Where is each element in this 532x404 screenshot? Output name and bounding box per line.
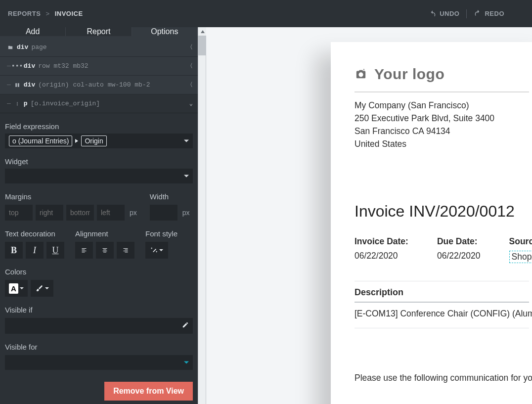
bold-button[interactable]: B: [5, 242, 23, 259]
align-center-button[interactable]: [96, 242, 114, 259]
topbar-actions: UNDO REDO: [429, 9, 524, 18]
panel-tabs: Add Report Options: [0, 27, 198, 36]
width-input[interactable]: [150, 205, 177, 221]
margin-right-input[interactable]: [36, 205, 63, 221]
invoice-date: Invoice Date: 06/22/2020: [355, 236, 408, 263]
align-right-button[interactable]: [117, 242, 134, 259]
align-left-icon: [80, 247, 88, 253]
chip-model[interactable]: o (Journal Entries): [9, 135, 72, 146]
wand-icon: [151, 247, 158, 254]
left-panel: Add Report Options div page 〈 — ▪▪▪ div …: [0, 27, 198, 404]
margin-unit: px: [128, 209, 139, 217]
redo-icon: [474, 10, 482, 18]
scroll-up-icon[interactable]: [198, 27, 207, 36]
align-left-button[interactable]: [75, 242, 93, 259]
bold-icon: B: [11, 245, 17, 256]
invoice-date-label: Invoice Date:: [355, 236, 408, 247]
dropdown-caret-icon: [184, 140, 189, 142]
dropdown-caret-icon: [20, 287, 24, 289]
italic-button[interactable]: I: [26, 242, 44, 259]
tree-tag: div: [24, 62, 35, 70]
fill-color-button[interactable]: [31, 280, 53, 297]
breadcrumb-current: INVOICE: [55, 10, 83, 17]
row-icon: ▪▪▪: [14, 62, 21, 70]
tree-row-page[interactable]: div page 〈: [0, 38, 198, 57]
breadcrumb: REPORTS > INVOICE: [8, 10, 83, 17]
due-date: Due Date: 06/22/2020: [437, 236, 481, 263]
visible-for-select[interactable]: [5, 355, 193, 370]
chevron-down-icon: ⌄: [189, 100, 193, 107]
tree-row-row[interactable]: — ▪▪▪ div row mt32 mb32 〈: [0, 57, 198, 76]
align-center-icon: [101, 247, 109, 253]
communication-text: Please use the following communication f…: [355, 373, 529, 383]
pencil-icon: [182, 321, 189, 330]
margins-label: Margins: [5, 192, 139, 201]
table-row: [E-COM13] Conference Chair (CONFIG) (Alu…: [355, 303, 529, 328]
underline-icon: U: [52, 245, 59, 256]
alignment-label: Alignment: [75, 229, 134, 238]
source-label: Source:: [509, 236, 532, 247]
visible-if-input[interactable]: [5, 318, 193, 334]
breadcrumb-root[interactable]: REPORTS: [8, 10, 41, 17]
field-expression-label: Field expression: [5, 122, 193, 131]
topbar: REPORTS > INVOICE UNDO REDO: [0, 0, 532, 27]
chip-field[interactable]: Origin: [81, 135, 106, 146]
scroll-thumb[interactable]: [198, 36, 207, 55]
field-expression-input[interactable]: o (Journal Entries) Origin: [5, 134, 193, 148]
folder-icon: [7, 45, 14, 50]
due-date-label: Due Date:: [437, 236, 481, 247]
widget-label: Widget: [5, 157, 193, 166]
preview-pane: Your logo My Company (San Francisco) 250…: [206, 27, 532, 404]
dropdown-caret-icon: [184, 361, 189, 364]
font-style-label: Font style: [145, 229, 193, 238]
tree-tag: p: [24, 100, 28, 107]
address-line: 250 Executive Park Blvd, Suite 3400: [355, 112, 529, 125]
invoice-date-value: 06/22/2020: [355, 251, 408, 261]
margin-top-input[interactable]: [5, 205, 33, 221]
tree-tag: div: [17, 44, 28, 51]
remove-from-view-button[interactable]: Remove from View: [104, 382, 193, 401]
source-value[interactable]: Shop/0004: [509, 251, 532, 263]
width-label: Width: [150, 192, 199, 201]
invoice-title: Invoice INV/2020/0012: [355, 202, 529, 221]
text-color-button[interactable]: A: [5, 280, 28, 297]
address-line: San Francisco CA 94134: [355, 125, 529, 138]
redo-button[interactable]: REDO: [474, 10, 504, 18]
tab-add[interactable]: Add: [0, 27, 66, 36]
text-decoration-label: Text decoration: [5, 229, 64, 238]
redo-label: REDO: [485, 10, 504, 17]
action-divider: [466, 9, 467, 18]
camera-icon: [355, 69, 367, 80]
column-icon: [14, 83, 21, 88]
breadcrumb-separator: >: [45, 10, 49, 17]
margin-left-input[interactable]: [97, 205, 125, 221]
underline-button[interactable]: U: [46, 242, 64, 259]
document-preview: Your logo My Company (San Francisco) 250…: [331, 42, 532, 404]
tab-report[interactable]: Report: [66, 27, 132, 36]
undo-button[interactable]: UNDO: [429, 10, 459, 18]
tree-row-field[interactable]: — p [o.invoice_origin] ⌄: [0, 94, 198, 113]
tree-class: [o.invoice_origin]: [31, 100, 100, 107]
tree-row-col[interactable]: — div (origin) col-auto mw-100 mb-2 〈: [0, 76, 198, 94]
widget-select[interactable]: [5, 169, 193, 183]
address-line: My Company (San Francisco): [355, 99, 529, 112]
undo-label: UNDO: [440, 10, 459, 17]
due-date-value: 06/22/2020: [437, 251, 481, 261]
properties-panel: Field expression o (Journal Entries) Ori…: [0, 113, 198, 404]
tree-class: page: [31, 44, 46, 51]
dropdown-caret-icon: [159, 249, 163, 251]
align-right-icon: [122, 247, 130, 253]
text-color-icon: A: [9, 283, 18, 294]
panel-scrollbar[interactable]: [198, 27, 206, 404]
address-line: United States: [355, 138, 529, 151]
tree-class: row mt32 mb32: [38, 62, 88, 70]
chevron-left-icon: 〈: [187, 81, 193, 89]
italic-icon: I: [33, 245, 36, 256]
company-address: My Company (San Francisco) 250 Executive…: [355, 99, 529, 151]
visible-for-label: Visible for: [5, 343, 193, 351]
font-style-button[interactable]: [145, 242, 168, 259]
text-cursor-icon: [14, 101, 21, 107]
tab-options[interactable]: Options: [132, 27, 198, 36]
margin-bottom-input[interactable]: [66, 205, 94, 221]
dropdown-caret-icon: [45, 287, 49, 289]
